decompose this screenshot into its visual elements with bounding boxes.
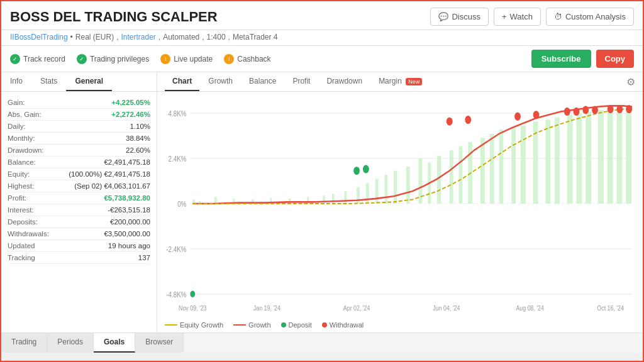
svg-rect-40: [555, 118, 560, 204]
chart-tab-chart[interactable]: Chart: [165, 72, 199, 91]
svg-rect-29: [437, 156, 441, 204]
left-panel-tabs: Info Stats General: [1, 72, 157, 92]
legend-equity-growth: Equity Growth: [165, 321, 223, 329]
clock-icon: ⏱: [554, 12, 562, 21]
info-row-balance: Balance: €2,491,475.18: [8, 156, 150, 168]
chart-svg: 4.8K% 2.4K% 0% -2.4K% -4.8K%: [165, 97, 635, 319]
svg-text:Jun 04, '24: Jun 04, '24: [433, 304, 460, 312]
info-row-updated: Updated 19 hours ago: [8, 240, 150, 252]
info-row-withdrawals: Withdrawals: €3,500,000.00: [8, 228, 150, 240]
bottom-tab-periods[interactable]: Periods: [47, 333, 94, 353]
custom-analysis-button[interactable]: ⏱ Custom Analysis: [546, 8, 634, 26]
chart-legend: Equity Growth Growth Deposit Withdrawal: [157, 319, 643, 332]
chart-tabs: Chart Growth Balance Profit Drawdown Mar…: [157, 72, 643, 92]
svg-rect-39: [545, 120, 550, 204]
svg-point-50: [363, 165, 369, 173]
withdrawal-dot-icon: [322, 322, 327, 327]
svg-rect-36: [511, 128, 516, 204]
svg-rect-26: [406, 167, 410, 204]
tab-info[interactable]: Info: [1, 72, 31, 91]
svg-point-61: [626, 105, 632, 113]
svg-text:2.4K%: 2.4K%: [168, 155, 186, 163]
svg-rect-22: [366, 183, 369, 204]
svg-text:Nov 09, '23: Nov 09, '23: [179, 304, 207, 312]
username-link[interactable]: IIBossDelTrading: [10, 33, 68, 41]
legend-growth: Growth: [233, 321, 270, 329]
svg-rect-24: [384, 175, 387, 204]
bottom-tab-trading[interactable]: Trading: [1, 333, 47, 353]
svg-text:0%: 0%: [177, 200, 186, 209]
status-actions: Subscribe Copy: [531, 50, 634, 68]
info-row-abs-gain: Abs. Gain: +2,272.46%: [8, 109, 150, 121]
deposit-dot-icon: [281, 322, 286, 327]
svg-rect-12: [214, 197, 217, 204]
svg-text:Aug 08, '24: Aug 08, '24: [516, 304, 544, 312]
svg-rect-35: [499, 129, 503, 204]
track-record-status: ✓ Track record: [10, 54, 65, 64]
info-row-interest: Interest: -€263,515.18: [8, 204, 150, 216]
svg-point-60: [616, 105, 623, 113]
header: BOSS DEL TRADING SCALPER 💬 Discuss + Wat…: [1, 1, 643, 30]
svg-rect-37: [521, 126, 526, 204]
live-update-icon: !: [160, 54, 170, 64]
chart-tab-growth[interactable]: Growth: [201, 72, 240, 91]
discuss-icon: 💬: [438, 12, 448, 21]
watch-button[interactable]: + Watch: [494, 8, 541, 26]
header-actions: 💬 Discuss + Watch ⏱ Custom Analysis: [430, 8, 634, 26]
info-row-tracking: Tracking 137: [8, 252, 150, 264]
copy-button[interactable]: Copy: [596, 50, 635, 68]
info-row-monthly: Monthly: 38.84%: [8, 133, 150, 145]
subscribe-button[interactable]: Subscribe: [531, 50, 591, 68]
svg-rect-47: [626, 107, 631, 204]
tab-general[interactable]: General: [66, 72, 112, 91]
svg-point-57: [582, 106, 589, 114]
status-bar: ✓ Track record ✓ Trading privileges ! Li…: [1, 46, 643, 72]
svg-rect-21: [357, 187, 360, 204]
svg-rect-20: [344, 191, 347, 204]
svg-rect-45: [608, 108, 613, 204]
info-row-highest: Highest: (Sep 02) €4,063,101.67: [8, 180, 150, 192]
svg-point-49: [353, 167, 360, 175]
bottom-tab-goals[interactable]: Goals: [94, 333, 135, 353]
legend-deposit: Deposit: [281, 321, 312, 329]
status-items: ✓ Track record ✓ Trading privileges ! Li…: [10, 54, 271, 64]
growth-line-icon: [233, 324, 246, 326]
cashback-status: ! Cashback: [224, 54, 270, 64]
svg-rect-25: [394, 171, 397, 204]
bottom-tab-browser[interactable]: Browser: [135, 333, 184, 353]
chart-tab-margin[interactable]: Margin New: [371, 72, 430, 91]
trading-privileges-status: ✓ Trading privileges: [77, 54, 149, 64]
chart-tab-profit[interactable]: Profit: [285, 72, 318, 91]
svg-text:-4.8K%: -4.8K%: [166, 290, 186, 299]
svg-rect-33: [480, 138, 485, 204]
svg-rect-31: [459, 146, 463, 204]
svg-text:Oct 16, '24: Oct 16, '24: [597, 304, 624, 312]
svg-rect-42: [577, 113, 582, 204]
svg-rect-34: [490, 134, 494, 204]
svg-point-51: [447, 118, 453, 126]
broker-link[interactable]: Intertrader: [121, 33, 155, 41]
info-row-daily: Daily: 1.10%: [8, 121, 150, 133]
left-panel: Info Stats General Gain: +4,225.05% Abs.…: [1, 72, 157, 332]
subtitle-bar: IIBossDelTrading • Real (EUR) , Intertra…: [1, 30, 643, 46]
svg-rect-43: [586, 112, 591, 204]
info-row-profit: Profit: €5,738,932.80: [8, 192, 150, 204]
chart-tab-balance[interactable]: Balance: [242, 72, 284, 91]
info-row-deposits: Deposits: €200,000.00: [8, 216, 150, 228]
new-badge: New: [406, 78, 422, 85]
plus-icon: +: [502, 12, 507, 21]
legend-withdrawal: Withdrawal: [322, 321, 364, 329]
svg-rect-23: [375, 179, 379, 204]
svg-point-48: [190, 291, 195, 297]
track-record-icon: ✓: [10, 54, 20, 64]
svg-text:Apr 02, '24: Apr 02, '24: [343, 304, 370, 312]
tab-stats[interactable]: Stats: [31, 72, 66, 91]
svg-point-54: [533, 111, 540, 119]
svg-point-53: [514, 112, 521, 121]
discuss-button[interactable]: 💬 Discuss: [430, 8, 489, 26]
chart-settings-icon[interactable]: ⚙: [626, 76, 635, 88]
svg-rect-46: [616, 107, 622, 204]
chart-tab-drawdown[interactable]: Drawdown: [319, 72, 370, 91]
svg-point-52: [465, 116, 471, 124]
svg-rect-30: [450, 150, 453, 204]
